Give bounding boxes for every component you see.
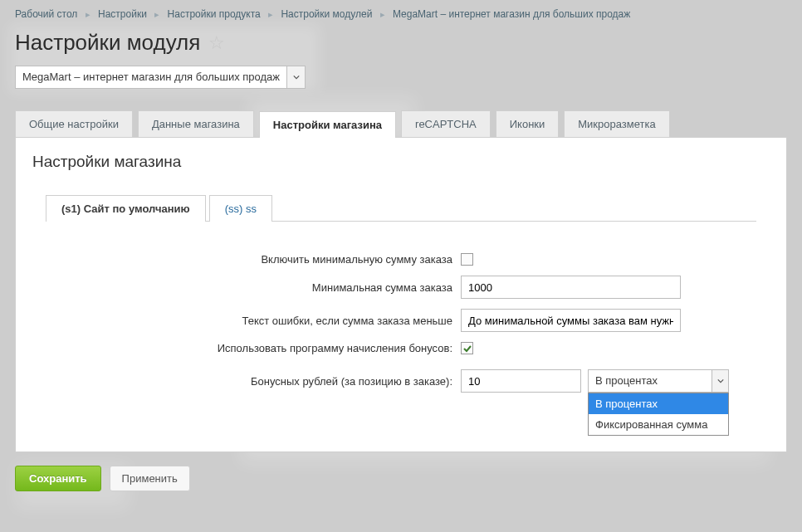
label-use-bonus: Использовать программу начисления бонусо… <box>46 342 461 354</box>
module-select-value: MegaMart – интернет магазин для больших … <box>16 66 286 88</box>
tab-icons[interactable]: Иконки <box>496 110 560 137</box>
site-tab-ss[interactable]: (ss) ss <box>209 195 272 222</box>
tab-store-data[interactable]: Данные магазина <box>138 110 254 137</box>
page-title: Настройки модуля ☆ <box>15 27 787 66</box>
module-select[interactable]: MegaMart – интернет магазин для больших … <box>15 66 306 89</box>
tab-general[interactable]: Общие настройки <box>15 110 133 137</box>
favorite-star-icon[interactable]: ☆ <box>208 32 225 54</box>
site-tab-s1[interactable]: (s1) Сайт по умолчанию <box>46 195 206 222</box>
checkbox-use-bonus[interactable] <box>461 342 473 354</box>
crumb-3[interactable]: Настройки модулей <box>281 8 372 20</box>
select-bonus-type[interactable]: В процентах В процентах Фиксированная су… <box>588 369 729 393</box>
select-bonus-type-dropdown: В процентах Фиксированная сумма <box>588 393 729 436</box>
label-min-sum: Минимальная сумма заказа <box>46 281 461 294</box>
page-title-text: Настройки модуля <box>15 30 200 56</box>
option-percent[interactable]: В процентах <box>589 393 728 414</box>
label-err-text: Текст ошибки, если сумма заказа меньше <box>46 315 461 327</box>
tab-microdata[interactable]: Микроразметка <box>564 110 669 137</box>
input-bonus-rub[interactable] <box>461 369 581 393</box>
tab-store-settings[interactable]: Настройки магазина <box>259 111 396 138</box>
main-tabs: Общие настройки Данные магазина Настройк… <box>15 110 787 137</box>
input-err-text[interactable] <box>461 309 681 332</box>
tab-recaptcha[interactable]: reCAPTCHA <box>401 110 491 137</box>
option-fixed[interactable]: Фиксированная сумма <box>589 414 728 435</box>
apply-button[interactable]: Применить <box>110 466 190 491</box>
breadcrumb: Рабочий стол ▸ Настройки ▸ Настройки про… <box>15 7 787 27</box>
crumb-4[interactable]: MegaMart – интернет магазин для больших … <box>393 8 630 20</box>
site-tabs: (s1) Сайт по умолчанию (ss) ss <box>46 194 756 222</box>
crumb-1[interactable]: Настройки <box>98 8 147 20</box>
footer-actions: Сохранить Применить <box>15 466 787 491</box>
settings-panel: Настройки магазина (s1) Сайт по умолчани… <box>15 137 787 452</box>
input-min-sum[interactable] <box>461 276 681 299</box>
label-enable-min: Включить минимальную сумму заказа <box>46 253 461 266</box>
panel-heading: Настройки магазина <box>32 153 770 171</box>
select-bonus-type-value: В процентах <box>589 370 712 392</box>
label-bonus-rub: Бонусных рублей (за позицию в заказе): <box>46 375 461 388</box>
checkbox-enable-min[interactable] <box>461 253 473 266</box>
chevron-down-icon[interactable] <box>286 66 305 88</box>
crumb-0[interactable]: Рабочий стол <box>15 8 77 20</box>
chevron-down-icon[interactable] <box>712 370 728 392</box>
crumb-2[interactable]: Настройки продукта <box>168 8 261 20</box>
save-button[interactable]: Сохранить <box>15 466 101 491</box>
